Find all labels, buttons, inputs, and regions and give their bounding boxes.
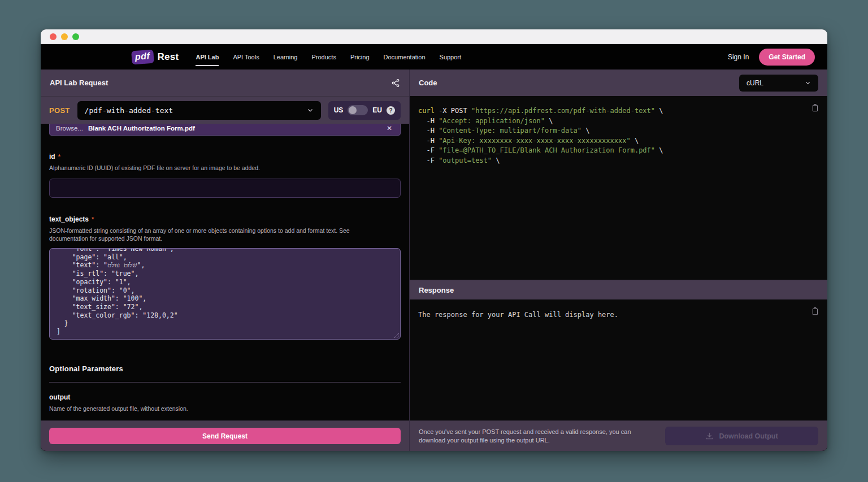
code-panel-header: Code cURL	[410, 70, 827, 96]
download-icon	[705, 432, 714, 440]
download-footer: Once you've sent your POST request and r…	[410, 420, 827, 451]
nav-links: API Lab API Tools Learning Products Pric…	[196, 50, 461, 64]
nav-item-api-lab[interactable]: API Lab	[196, 50, 219, 64]
chevron-down-icon	[307, 107, 314, 114]
copy-icon	[811, 103, 819, 112]
language-value: cURL	[747, 79, 763, 87]
nav-item-pricing[interactable]: Pricing	[350, 50, 370, 64]
region-us-label: US	[334, 106, 344, 114]
http-method-label: POST	[49, 106, 70, 115]
response-panel-title: Response	[419, 286, 454, 294]
nav-item-documentation[interactable]: Documentation	[384, 50, 426, 64]
logo-text: Rest	[157, 51, 179, 63]
code-panel-title: Code	[419, 79, 437, 87]
share-button[interactable]	[391, 79, 400, 88]
nav-item-products[interactable]: Products	[312, 50, 336, 64]
textarea-resize-handle[interactable]	[393, 332, 399, 338]
download-output-button[interactable]: Download Output	[665, 427, 818, 445]
main-content: API Lab Request POST /pdf-with-added-tex…	[41, 70, 827, 451]
request-panel-title: API Lab Request	[50, 79, 108, 87]
output-field-block: output Name of the generated output file…	[49, 392, 401, 420]
region-eu-label: EU	[372, 106, 382, 114]
response-area: The response for your API Call will disp…	[410, 299, 827, 420]
id-field-label: id	[49, 153, 55, 160]
send-request-button[interactable]: Send Request	[49, 428, 401, 444]
code-snippet-area: curl -X POST "https://api.pdfrest.com/pd…	[410, 96, 827, 280]
copy-code-button[interactable]	[811, 103, 819, 112]
pdfrest-logo[interactable]: pdf Rest	[132, 50, 179, 64]
remove-file-button[interactable]: ✕	[385, 124, 394, 133]
request-panel-header: API Lab Request	[41, 70, 409, 96]
browser-window: pdf Rest API Lab API Tools Learning Prod…	[41, 29, 827, 451]
text-objects-textarea[interactable]: "font": "Times New Roman", "page": "all"…	[49, 248, 401, 340]
copy-response-button[interactable]	[811, 307, 819, 316]
endpoint-value: /pdf-with-added-text	[85, 106, 307, 115]
code-block[interactable]: curl -X POST "https://api.pdfrest.com/pd…	[418, 106, 805, 166]
share-icon	[391, 79, 400, 88]
region-help-icon[interactable]: ?	[387, 106, 395, 115]
id-field-block: id* Alphanumeric ID (UUID) of existing P…	[49, 151, 401, 198]
file-upload-field[interactable]: Browse... Blank ACH Authorization Form.p…	[49, 124, 401, 136]
download-button-label: Download Output	[719, 432, 778, 440]
output-field-label: output	[49, 393, 70, 401]
optional-parameters-heading: Optional Parameters	[49, 364, 401, 373]
request-form-scroll[interactable]: Browse... Blank ACH Authorization Form.p…	[41, 124, 409, 420]
site-navbar: pdf Rest API Lab API Tools Learning Prod…	[41, 44, 827, 70]
region-toggle[interactable]: US EU ?	[328, 101, 401, 120]
id-field-description: Alphanumeric ID (UUID) of existing PDF f…	[49, 164, 401, 172]
resize-grip-icon	[393, 332, 399, 338]
switch-knob	[349, 106, 357, 114]
response-panel-header: Response	[410, 280, 827, 299]
response-placeholder: The response for your API Call will disp…	[418, 311, 618, 319]
browse-button[interactable]: Browse...	[56, 125, 83, 132]
download-note: Once you've sent your POST request and r…	[419, 428, 649, 445]
desktop-background: pdf Rest API Lab API Tools Learning Prod…	[0, 0, 868, 482]
sign-in-link[interactable]: Sign In	[728, 53, 749, 61]
endpoint-select[interactable]: /pdf-with-added-text	[77, 101, 321, 120]
text-objects-value: "font": "Times New Roman", "page": "all"…	[57, 248, 393, 336]
id-input[interactable]	[49, 179, 401, 198]
copy-icon	[811, 307, 819, 316]
window-titlebar	[41, 29, 827, 44]
region-switch[interactable]	[348, 105, 368, 115]
nav-item-learning[interactable]: Learning	[274, 50, 298, 64]
zoom-window-button[interactable]	[72, 33, 79, 40]
id-required-marker: *	[58, 153, 60, 160]
output-field-description: Name of the generated output file, witho…	[49, 405, 401, 412]
section-divider	[49, 382, 401, 383]
text-objects-field-label: text_objects	[49, 215, 89, 223]
get-started-button[interactable]: Get Started	[759, 49, 815, 66]
uploaded-filename: Blank ACH Authorization Form.pdf	[88, 125, 195, 132]
language-select[interactable]: cURL	[739, 75, 818, 92]
request-panel: API Lab Request POST /pdf-with-added-tex…	[41, 70, 409, 451]
code-panel: Code cURL curl -X POST "https://api.pdfr…	[409, 70, 827, 451]
logo-badge: pdf	[131, 49, 154, 64]
close-window-button[interactable]	[50, 33, 57, 40]
text-objects-field-description: JSON-formatted string consisting of an a…	[49, 227, 388, 242]
text-objects-field-block: text_objects* JSON-formatted string cons…	[49, 214, 401, 340]
nav-item-support[interactable]: Support	[440, 50, 462, 64]
endpoint-row: POST /pdf-with-added-text US EU ?	[41, 96, 409, 124]
nav-item-api-tools[interactable]: API Tools	[233, 50, 259, 64]
minimize-window-button[interactable]	[61, 33, 68, 40]
chevron-down-icon	[805, 80, 811, 86]
request-footer: Send Request	[41, 420, 409, 451]
text-objects-required-marker: *	[92, 216, 94, 223]
